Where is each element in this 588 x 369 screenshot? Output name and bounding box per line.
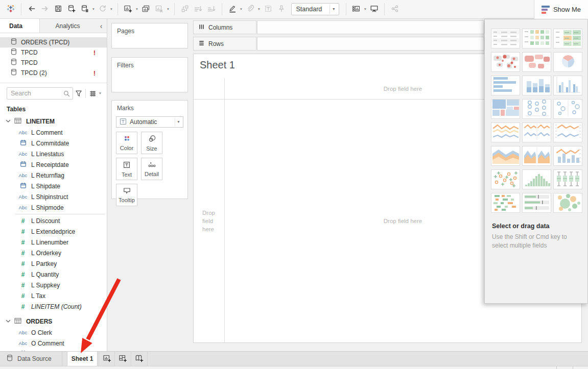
redo-arrow-button[interactable]: [38, 2, 52, 16]
field-item[interactable]: AbcL Comment: [0, 127, 107, 138]
showme-side-by-side-bars[interactable]: [553, 76, 582, 95]
group-members-button[interactable]: [244, 2, 257, 16]
drop-zone-left[interactable]: Dropfieldhere: [194, 99, 224, 342]
tooltip-button[interactable]: Tooltip: [116, 184, 137, 206]
swap-rows-columns-button[interactable]: [178, 2, 192, 16]
sort-descending-button[interactable]: [205, 2, 218, 16]
new-worksheet-button[interactable]: [122, 2, 135, 16]
sheet-title: Sheet 1: [200, 59, 235, 71]
presentation-mode-button[interactable]: [367, 2, 381, 16]
showme-box-and-whisker[interactable]: [553, 169, 582, 189]
showme-lines-discrete[interactable]: [522, 122, 551, 142]
showme-side-by-side-circles[interactable]: [553, 99, 582, 119]
field-item[interactable]: AbcO Clerk: [0, 327, 107, 338]
field-item[interactable]: L Receiptdate: [0, 159, 107, 170]
field-item[interactable]: L Shipdate: [0, 181, 107, 191]
field-item[interactable]: AbcL Returnflag: [0, 170, 107, 181]
field-item[interactable]: AbcL Shipinstruct: [0, 191, 107, 202]
new-dashboard-button[interactable]: [115, 352, 131, 366]
fix-axes-button[interactable]: [275, 2, 288, 16]
table-group-header[interactable]: ORDERS: [0, 316, 107, 327]
clear-sheet-button[interactable]: [153, 2, 166, 16]
table-group-header[interactable]: LINEITEM: [0, 116, 107, 127]
undo-arrow-button[interactable]: [25, 2, 38, 16]
field-item[interactable]: AbcL Shipmode: [0, 202, 107, 213]
field-item[interactable]: L Commitdate: [0, 138, 107, 149]
show-me-button[interactable]: Show Me: [534, 0, 588, 19]
showme-area-continuous[interactable]: [491, 146, 520, 166]
pause-auto-updates-button[interactable]: [78, 2, 91, 16]
marks-label: Marks: [112, 101, 187, 112]
showme-bullet-graph[interactable]: [522, 193, 551, 213]
showme-pie-chart[interactable]: [553, 52, 582, 72]
color-button[interactable]: Color: [116, 132, 137, 154]
highlight-button[interactable]: [226, 2, 239, 16]
showme-packed-bubbles[interactable]: [553, 193, 582, 213]
pages-shelf[interactable]: Pages: [111, 23, 188, 48]
view-options-button[interactable]: [87, 87, 98, 100]
field-item[interactable]: #L Extendedprice: [0, 226, 107, 237]
collapse-pane-button[interactable]: ‹: [96, 19, 107, 33]
number-icon: #: [21, 303, 25, 310]
showme-gantt[interactable]: [491, 193, 520, 213]
duplicate-sheet-button[interactable]: [139, 2, 153, 16]
show-mark-labels-button[interactable]: [262, 2, 275, 16]
datasource-item[interactable]: ORDERS (TPCD): [0, 37, 107, 47]
new-story-icon: [135, 354, 144, 364]
fit-selector[interactable]: Standard▼: [291, 3, 339, 15]
text-button[interactable]: Text: [116, 158, 137, 180]
showme-dual-lines[interactable]: [553, 122, 582, 142]
field-item[interactable]: AbcL Linestatus: [0, 149, 107, 159]
datasource-item[interactable]: TPCD: [0, 58, 107, 68]
size-button[interactable]: Size: [141, 132, 162, 154]
run-auto-updates-button[interactable]: [96, 2, 109, 16]
showme-histogram[interactable]: [522, 169, 551, 189]
field-item[interactable]: #L Linenumber: [0, 237, 107, 248]
show-hide-cards-button[interactable]: [350, 2, 363, 16]
tab-sheet-1[interactable]: Sheet 1: [67, 352, 98, 366]
showme-highlight-table[interactable]: [522, 29, 551, 48]
share-workbook-button[interactable]: [388, 2, 402, 16]
showme-filled-map[interactable]: [522, 52, 551, 72]
tableau-logo-button[interactable]: [4, 2, 17, 16]
sort-ascending-button[interactable]: [192, 2, 205, 16]
save-button[interactable]: [52, 2, 65, 16]
field-item[interactable]: #L Quantity: [0, 269, 107, 280]
showme-heat-map[interactable]: [553, 29, 582, 48]
mark-type-dropdown[interactable]: Automatic ▼: [116, 116, 183, 128]
showme-text-table[interactable]: [491, 29, 520, 48]
new-worksheet-button[interactable]: [99, 352, 115, 366]
showme-area-discrete[interactable]: [522, 146, 551, 166]
new-data-source-button[interactable]: [65, 2, 78, 16]
datasource-item[interactable]: TPCD!: [0, 47, 107, 58]
tab-data[interactable]: Data: [0, 19, 40, 33]
showme-dual-combination[interactable]: [553, 146, 582, 166]
columns-shelf[interactable]: [257, 20, 484, 34]
detail-button[interactable]: Detail: [141, 158, 162, 180]
dual-lines-thumbnail: [554, 122, 582, 143]
showme-stacked-bars[interactable]: [522, 76, 551, 95]
tab-analytics[interactable]: Analytics: [40, 19, 96, 33]
field-item[interactable]: #L Orderkey: [0, 248, 107, 258]
datasource-item[interactable]: TPCD (2)!: [0, 68, 107, 78]
field-item[interactable]: #L Discount: [0, 215, 107, 226]
field-item[interactable]: AbcO Comment: [0, 338, 107, 349]
tab-data-source[interactable]: Data Source: [0, 352, 62, 366]
field-item[interactable]: #L Suppkey: [0, 280, 107, 290]
showme-scatter-plot[interactable]: [491, 169, 520, 189]
mark-type-value: Automatic: [130, 118, 157, 126]
filter-fields-button[interactable]: [73, 87, 84, 100]
rows-shelf[interactable]: [257, 37, 484, 51]
search-input[interactable]: [7, 90, 60, 97]
filters-shelf[interactable]: Filters: [111, 57, 188, 92]
showme-lines-continuous[interactable]: [491, 122, 520, 142]
show-me-grid: [491, 29, 582, 213]
showme-treemap[interactable]: [491, 99, 520, 119]
field-item[interactable]: #L Tax: [0, 290, 107, 301]
showme-horizontal-bars[interactable]: [491, 76, 520, 95]
showme-circle-views[interactable]: [522, 99, 551, 119]
field-item[interactable]: #LINEITEM (Count): [0, 301, 107, 312]
field-item[interactable]: #L Partkey: [0, 258, 107, 269]
new-story-button[interactable]: [131, 352, 148, 366]
showme-symbol-map[interactable]: [491, 52, 520, 72]
